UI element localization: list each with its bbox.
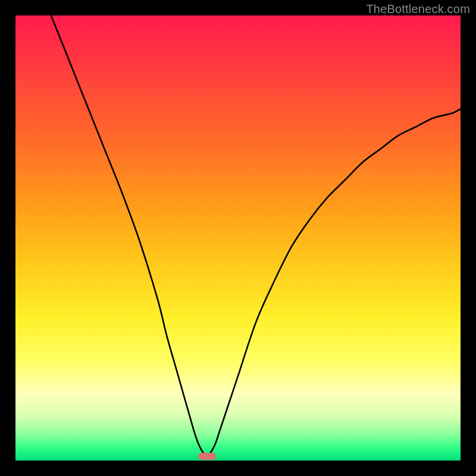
chart-frame: TheBottleneck.com <box>0 0 476 476</box>
bottleneck-curve <box>15 15 461 461</box>
plot-area <box>15 15 461 461</box>
minimum-marker <box>198 453 216 460</box>
watermark-text: TheBottleneck.com <box>366 2 470 16</box>
